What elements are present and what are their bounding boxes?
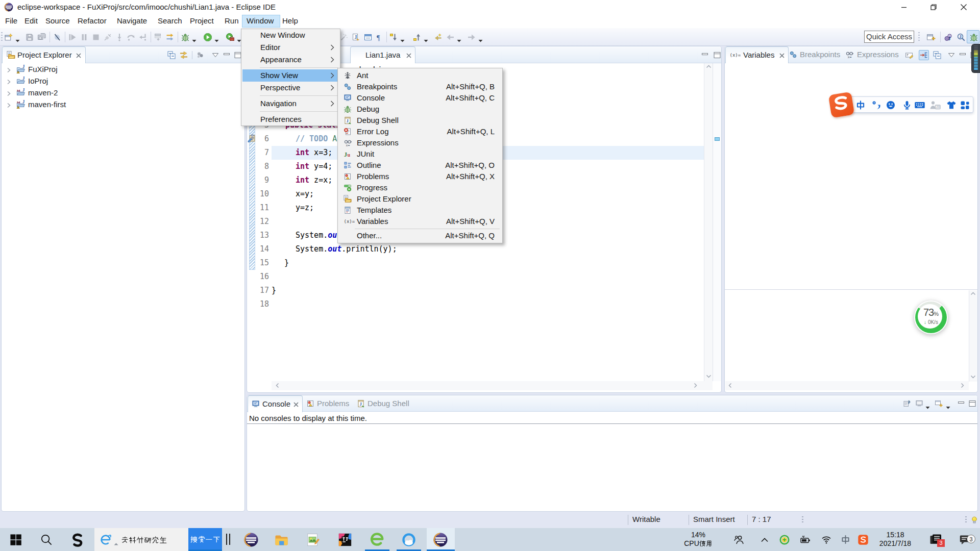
code-line-14[interactable]: System.out.println(y); — [272, 242, 704, 256]
sogou-skin-button[interactable] — [946, 100, 957, 110]
show-logical-structure-button[interactable] — [919, 50, 929, 60]
minimize-button[interactable] — [892, 0, 916, 14]
expand-chevron-icon[interactable] — [7, 66, 11, 75]
dropdown-caret-icon[interactable] — [946, 402, 950, 406]
minimize-view-button[interactable] — [956, 399, 966, 408]
tree-item-ioproj[interactable]: J IoProj — [2, 75, 244, 87]
expand-chevron-icon[interactable] — [7, 101, 11, 110]
debug-tab-variables[interactable]: (x)=Variables — [725, 46, 789, 63]
menubar-item-project[interactable]: Project — [190, 14, 214, 28]
taskbar-qq-browser-button[interactable] — [397, 528, 421, 551]
tray-cpu-usage[interactable]: 14%CPU — [680, 531, 717, 548]
code-line-16[interactable] — [272, 270, 704, 284]
menubar-item-help[interactable]: Help — [282, 14, 298, 28]
task-marker-icon[interactable] — [248, 134, 256, 142]
show-view-item-project-explorer[interactable]: Project Explorer — [339, 193, 501, 205]
show-view-item-expressions[interactable]: x=Expressions — [339, 137, 501, 148]
show-view-item-variables[interactable]: (x)=VariablesAlt+Shift+Q, V — [339, 216, 501, 227]
collapse-all-button[interactable] — [166, 51, 177, 60]
open-perspective-button[interactable] — [925, 32, 937, 43]
scrollbar-arrow-icon[interactable] — [728, 383, 733, 388]
tray-people-icon[interactable] — [729, 528, 749, 551]
show-view-item-error-log[interactable]: Error LogAlt+Shift+Q, L — [339, 126, 501, 137]
sogou-mode-chinese-button[interactable] — [855, 100, 866, 110]
taskbar-360-browser-button[interactable] — [365, 528, 389, 551]
menubar-item-window[interactable]: Window — [247, 14, 274, 28]
tray-action-center-button[interactable]: 3 — [952, 528, 978, 551]
overview-task-marker[interactable] — [715, 137, 720, 141]
close-icon[interactable] — [406, 52, 413, 59]
tab-lian1-java[interactable]: Lian1.java — [350, 46, 415, 63]
minimize-view-button[interactable] — [222, 51, 232, 60]
detail-vertical-scrollbar[interactable] — [969, 290, 977, 382]
menu-item-new-window[interactable]: New Window — [242, 29, 339, 41]
scrollbar-arrow-icon[interactable] — [970, 375, 976, 381]
display-selected-console-button[interactable] — [914, 399, 924, 408]
tray-wifi-icon[interactable] — [817, 528, 836, 551]
detail-pane-splitter[interactable] — [725, 289, 978, 290]
expand-chevron-icon[interactable] — [7, 78, 11, 87]
expand-chevron-icon[interactable] — [7, 89, 11, 98]
taskbar-search-button[interactable] — [34, 528, 59, 551]
menu-item-show-view[interactable]: Show View — [242, 69, 339, 82]
dropdown-caret-icon[interactable] — [925, 402, 930, 406]
scrollbar-arrow-icon[interactable] — [961, 383, 966, 388]
debug-dropdown-icon[interactable] — [192, 35, 197, 39]
prev-annotation-dropdown-icon[interactable] — [424, 35, 428, 39]
tree-item-maven-first[interactable]: M J maven-first — [2, 98, 244, 110]
tray-ime-mode-icon[interactable] — [836, 528, 854, 551]
editor-vertical-scrollbar[interactable] — [704, 63, 713, 381]
show-view-item-problems[interactable]: ProblemsAlt+Shift+Q, X — [339, 171, 501, 182]
open-task-button[interactable] — [362, 32, 374, 43]
sogou-emoji-button[interactable] — [885, 100, 896, 110]
java-perspective-button[interactable]: J — [943, 32, 954, 43]
start-button[interactable] — [4, 528, 27, 551]
link-with-editor-button[interactable] — [179, 51, 189, 60]
taskbar-sogou-browser-button[interactable] — [65, 528, 90, 551]
sogou-toolbox-button[interactable] — [960, 100, 971, 110]
back-dropdown-icon[interactable] — [457, 35, 461, 39]
forward-button[interactable] — [466, 32, 477, 43]
open-console-button[interactable] — [934, 399, 944, 408]
view-menu-button[interactable] — [946, 51, 957, 60]
prev-annotation-button[interactable] — [411, 32, 423, 43]
menubar-item-search[interactable]: Search — [158, 14, 182, 28]
stop-button[interactable] — [90, 32, 102, 43]
open-type-button[interactable]: J — [350, 32, 361, 43]
tray-news-button[interactable]: 3 — [925, 528, 947, 551]
maximize-view-button[interactable] — [712, 51, 722, 60]
code-line-15[interactable]: } — [272, 256, 704, 270]
menubar-item-refactor[interactable]: Refactor — [78, 14, 107, 28]
code-line-18[interactable] — [272, 297, 704, 311]
search-engine-caret-icon[interactable] — [114, 538, 118, 547]
editor-overview-ruler[interactable] — [713, 63, 721, 381]
debug-button[interactable] — [180, 32, 191, 43]
step-return-button[interactable] — [137, 32, 149, 43]
show-view-item-junit[interactable]: JuJUnit — [339, 148, 501, 160]
show-view-item-console[interactable]: ConsoleAlt+Shift+Q, C — [339, 92, 501, 104]
taskbar-web-search-box[interactable] — [94, 528, 188, 551]
close-icon[interactable] — [76, 52, 83, 59]
tree-item-fuxiproj[interactable]: J FuXiProj — [2, 63, 244, 75]
menu-item-perspective[interactable]: Perspective — [242, 82, 339, 94]
sogou-voice-button[interactable] — [901, 100, 913, 110]
minimize-view-button[interactable] — [958, 51, 968, 60]
new-wizard-button[interactable] — [3, 32, 14, 43]
taskbar-image-viewer-button[interactable] — [301, 528, 325, 551]
show-view-item-progress[interactable]: Progress — [339, 182, 501, 193]
collapse-all-button[interactable] — [932, 51, 942, 60]
external-tools-button[interactable] — [225, 32, 236, 43]
sogou-logo-icon[interactable] — [828, 92, 854, 118]
tray-hidden-icons-chevron[interactable] — [755, 528, 774, 551]
editor-horizontal-scrollbar[interactable] — [272, 381, 713, 390]
detail-horizontal-scrollbar[interactable] — [725, 381, 969, 390]
next-annotation-dropdown-icon[interactable] — [400, 35, 405, 39]
code-line-17[interactable]: } — [272, 284, 704, 297]
forward-dropdown-icon[interactable] — [478, 35, 483, 39]
menubar-item-run[interactable]: Run — [225, 14, 239, 28]
show-view-item-outline[interactable]: OutlineAlt+Shift+Q, O — [339, 160, 501, 171]
focus-task-button[interactable] — [195, 51, 205, 60]
menubar-item-source[interactable]: Source — [45, 14, 70, 28]
show-view-item-templates[interactable]: Templates — [339, 205, 501, 216]
show-view-item-debug[interactable]: Debug — [339, 104, 501, 115]
